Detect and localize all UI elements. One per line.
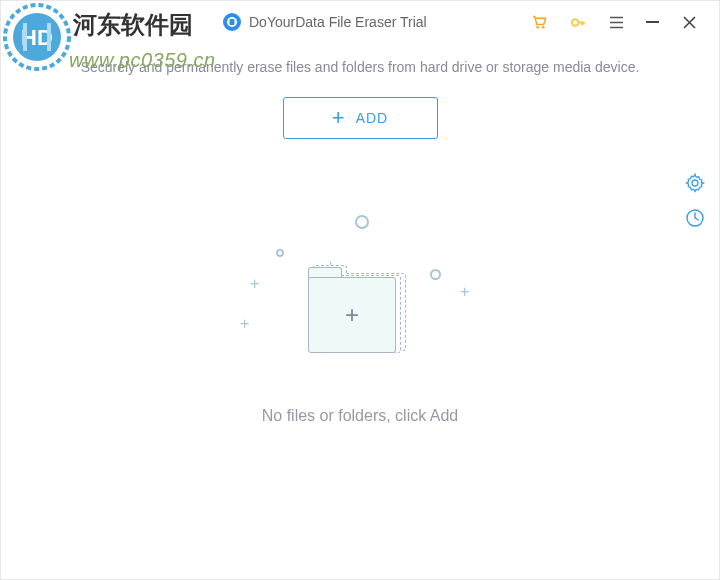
settings-gear-icon[interactable] xyxy=(685,173,705,193)
app-title: DoYourData File Eraser Trial xyxy=(249,14,532,30)
side-controls xyxy=(685,173,705,228)
history-clock-icon[interactable] xyxy=(685,208,705,228)
svg-point-6 xyxy=(542,25,545,28)
cart-icon[interactable] xyxy=(532,14,548,30)
watermark-logo: HD xyxy=(3,3,71,71)
menu-icon[interactable] xyxy=(608,14,624,30)
plus-icon: + xyxy=(332,107,346,129)
add-button[interactable]: + ADD xyxy=(283,97,438,139)
svg-point-5 xyxy=(536,25,539,28)
watermark-site-name: 河东软件园 xyxy=(73,9,193,41)
minimize-icon[interactable] xyxy=(646,21,659,23)
app-logo-icon xyxy=(223,13,241,31)
svg-point-7 xyxy=(572,19,579,26)
key-icon[interactable] xyxy=(570,14,586,30)
empty-state-message: No files or folders, click Add xyxy=(1,407,719,425)
svg-point-8 xyxy=(692,180,698,186)
svg-rect-4 xyxy=(230,19,235,25)
close-icon[interactable] xyxy=(681,14,697,30)
empty-illustration: + + + + + xyxy=(240,215,480,385)
watermark-url: www.pc0359.cn xyxy=(69,49,216,72)
add-button-label: ADD xyxy=(356,110,389,126)
